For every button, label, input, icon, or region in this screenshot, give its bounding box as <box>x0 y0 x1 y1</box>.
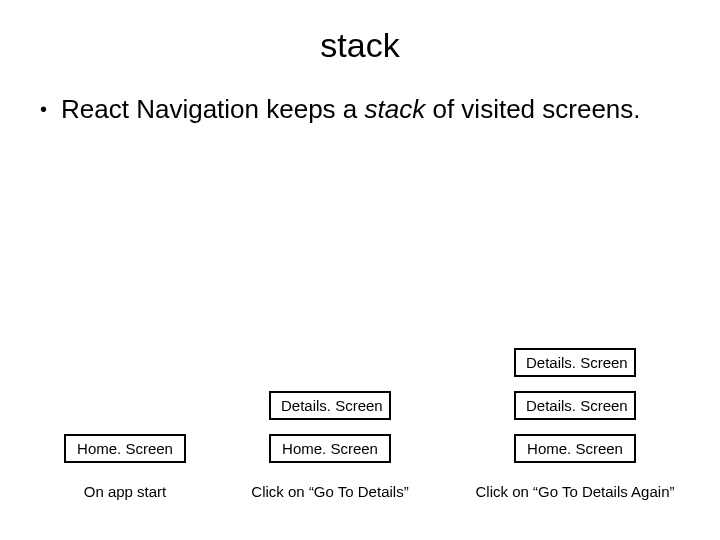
screen-box: Details. Screen <box>514 391 636 420</box>
slide-title: stack <box>40 26 680 65</box>
stack-column: Details. Screen Home. Screen Click on “G… <box>210 391 450 500</box>
bullet-dot-icon: • <box>40 93 47 125</box>
stack-caption: Click on “Go To Details Again” <box>476 483 675 500</box>
stack-caption: On app start <box>84 483 167 500</box>
stack-column: Home. Screen On app start <box>0 434 210 500</box>
bullet-text: React Navigation keeps a stack of visite… <box>61 93 680 126</box>
stack-column: Details. Screen Details. Screen Home. Sc… <box>450 348 700 500</box>
bullet-line: • React Navigation keeps a stack of visi… <box>40 93 680 126</box>
slide: stack • React Navigation keeps a stack o… <box>0 0 720 540</box>
bullet-italic: stack <box>365 94 426 124</box>
screen-box: Home. Screen <box>269 434 391 463</box>
stack-columns: Home. Screen On app start Details. Scree… <box>0 348 720 500</box>
screen-box: Details. Screen <box>269 391 391 420</box>
screen-box: Home. Screen <box>64 434 186 463</box>
screen-box: Details. Screen <box>514 348 636 377</box>
screen-box: Home. Screen <box>514 434 636 463</box>
bullet-suffix: of visited screens. <box>425 94 640 124</box>
bullet-area: • React Navigation keeps a stack of visi… <box>40 93 680 126</box>
bullet-prefix: React Navigation keeps a <box>61 94 365 124</box>
stack-caption: Click on “Go To Details” <box>251 483 408 500</box>
